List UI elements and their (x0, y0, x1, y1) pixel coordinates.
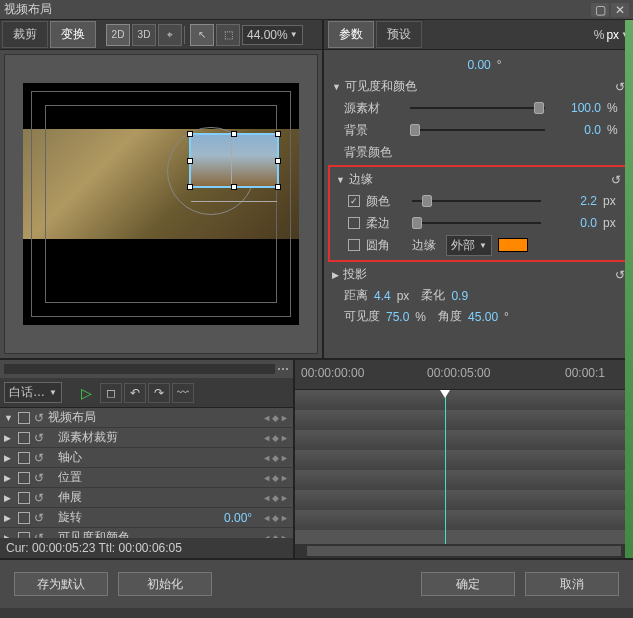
crosshair-v (231, 135, 232, 186)
section-header-shadow[interactable]: ▶ 投影 ↺ (328, 264, 629, 285)
kf-add[interactable]: ◆ (272, 413, 279, 423)
zoom-field[interactable]: 44.00% ▼ (242, 25, 303, 45)
reset-button[interactable]: 初始化 (118, 572, 212, 596)
slider-bg[interactable] (410, 129, 545, 131)
2d-mode-button[interactable]: 2D (106, 24, 130, 46)
kf-prev[interactable]: ◄ (262, 413, 271, 423)
cancel-button[interactable]: 取消 (525, 572, 619, 596)
slider-nav: ⋯ (0, 360, 293, 378)
redo-button[interactable]: ↷ (148, 383, 170, 403)
track-position[interactable]: ▶↺ 位置 ◄◆► (0, 468, 293, 488)
track-mode-select[interactable]: 白话…▼ (4, 382, 62, 403)
section-shadow: ▶ 投影 ↺ 距离4.4px 柔化0.9 可见度75.0% 角度45.00° (328, 264, 629, 327)
triangle-down-icon[interactable]: ▼ (4, 413, 14, 423)
section-header-edge[interactable]: ▼ 边缘 ↺ (332, 169, 625, 190)
tab-params[interactable]: 参数 (328, 21, 374, 48)
track-axis[interactable]: ▶↺ 轴心 ◄◆► (0, 448, 293, 468)
section-header-visibility[interactable]: ▼ 可见度和颜色 ↺ (328, 76, 629, 97)
handle-l[interactable] (187, 158, 193, 164)
vscrollbar[interactable] (625, 20, 633, 558)
select-tool-button[interactable]: ⬚ (216, 24, 240, 46)
slider-edge-color[interactable] (412, 200, 541, 202)
track-root[interactable]: ▼ ↺ 视频布局 ◄◆► (0, 408, 293, 428)
handle-tl[interactable] (187, 131, 193, 137)
playhead[interactable] (445, 390, 446, 544)
shadow-angle-value[interactable]: 45.00 (468, 310, 498, 324)
window-controls: ▢ ✕ (591, 3, 629, 17)
handle-tr[interactable] (275, 131, 281, 137)
chevron-down-icon[interactable]: ▼ (290, 30, 298, 39)
edge-color-swatch[interactable] (498, 238, 528, 252)
handle-bl[interactable] (187, 184, 193, 190)
reset-icon[interactable]: ↺ (611, 173, 621, 187)
shadow-dist-value[interactable]: 4.4 (374, 289, 391, 303)
row-source-opacity: 源素材 100.0 % (328, 97, 629, 119)
params-scroll: 0.00 ° ▼ 可见度和颜色 ↺ 源素材 100.0 % 背景 (324, 50, 633, 358)
3d-mode-button[interactable]: 3D (132, 24, 156, 46)
dialog-button-row: 存为默认 初始化 确定 取消 (0, 560, 633, 608)
tab-crop[interactable]: 裁剪 (2, 21, 48, 48)
triangle-down-icon: ▼ (336, 175, 345, 185)
bg-value[interactable]: 0.0 (551, 123, 601, 137)
tab-transform[interactable]: 变换 (50, 21, 96, 48)
graph-button[interactable]: 〰 (172, 383, 194, 403)
ok-button[interactable]: 确定 (421, 572, 515, 596)
reset-icon[interactable]: ↺ (615, 80, 625, 94)
arrow-tool-button[interactable]: ↖ (190, 24, 214, 46)
minimize-icon[interactable]: ▢ (591, 3, 609, 17)
handle-t[interactable] (231, 131, 237, 137)
reset-icon[interactable]: ↺ (34, 411, 44, 425)
unit-toggle[interactable]: % px ▼ (594, 28, 629, 42)
rotation-value[interactable]: 0.00 (467, 58, 490, 72)
edge-soft-value[interactable]: 0.0 (547, 216, 597, 230)
select-edge-position[interactable]: 外部 ▼ (446, 235, 492, 256)
slider-source[interactable] (410, 107, 545, 109)
left-tabrow: 裁剪 变换 2D 3D ⌖ ↖ ⬚ 44.00% ▼ (0, 20, 322, 50)
keyframe-panel: ⋯ 白话…▼ ▷ ◻ ↶ ↷ 〰 ▼ ↺ 视频布局 ◄◆► ▶ ↺ (0, 360, 295, 558)
track-visibility[interactable]: ▶↺ 可见度和颜色 ◄◆► (0, 528, 293, 538)
preview-canvas[interactable] (4, 54, 318, 354)
checkbox-edge-round[interactable] (348, 239, 360, 251)
handle-br[interactable] (275, 184, 281, 190)
undo-button[interactable]: ↶ (124, 383, 146, 403)
rotation-row: 0.00 ° (328, 54, 629, 76)
shadow-soft-value[interactable]: 0.9 (451, 289, 468, 303)
frame-button[interactable]: ⌖ (158, 24, 182, 46)
row-edge-round: 圆角 边缘 外部 ▼ (332, 234, 625, 256)
reset-icon[interactable]: ↺ (615, 268, 625, 282)
reset-icon[interactable]: ↺ (34, 431, 44, 445)
dots-icon[interactable]: ⋯ (277, 362, 289, 376)
params-panel: 参数 预设 % px ▼ 0.00 ° ▼ 可见度和颜色 ↺ (324, 20, 633, 358)
checkbox-edge-color[interactable]: ✓ (348, 195, 360, 207)
loop-button[interactable]: ◻ (100, 383, 122, 403)
pip-clip[interactable] (189, 133, 279, 188)
handle-b[interactable] (231, 184, 237, 190)
triangle-right-icon[interactable]: ▶ (4, 433, 14, 443)
shadow-vis-value[interactable]: 75.0 (386, 310, 409, 324)
source-value[interactable]: 100.0 (551, 101, 601, 115)
kf-next[interactable]: ► (280, 413, 289, 423)
timeline-scroll[interactable] (295, 544, 633, 558)
shadow-row1: 距离4.4px 柔化0.9 (328, 285, 629, 306)
track-checkbox[interactable] (18, 412, 30, 424)
section-visibility-color: ▼ 可见度和颜色 ↺ 源素材 100.0 % 背景 0.0 % 背景 (328, 76, 629, 163)
track-stretch[interactable]: ▶↺ 伸展 ◄◆► (0, 488, 293, 508)
slider-edge-soft[interactable] (412, 222, 541, 224)
handle-r[interactable] (275, 158, 281, 164)
row-edge-color: ✓ 颜色 2.2 px (332, 190, 625, 212)
track-source-crop[interactable]: ▶ ↺ 源素材裁剪 ◄◆► (0, 428, 293, 448)
row-bg-color: 背景颜色 (328, 141, 629, 163)
save-default-button[interactable]: 存为默认 (14, 572, 108, 596)
shadow-row2: 可见度75.0% 角度45.00° (328, 306, 629, 327)
tab-preset[interactable]: 预设 (376, 21, 422, 48)
timeline-tracks[interactable] (295, 390, 633, 544)
checkbox-edge-soft[interactable] (348, 217, 360, 229)
track-checkbox[interactable] (18, 432, 30, 444)
play-button[interactable]: ▷ (76, 383, 98, 403)
time-ruler[interactable]: 00:00:00:00 00:00:05:00 00:00:1 (295, 360, 633, 390)
hscroll[interactable] (4, 364, 275, 374)
preview-inner (23, 83, 299, 325)
edge-color-value[interactable]: 2.2 (547, 194, 597, 208)
track-rotate[interactable]: ▶↺ 旋转 0.00° ◄◆► (0, 508, 293, 528)
close-icon[interactable]: ✕ (611, 3, 629, 17)
